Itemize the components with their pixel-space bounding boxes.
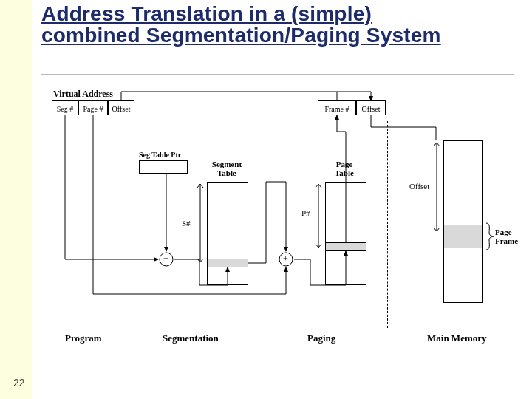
sep-2 [262, 121, 262, 328]
section-segmentation: Segmentation [163, 332, 219, 344]
sep-1 [126, 121, 126, 328]
section-program: Program [65, 332, 102, 344]
page-number: 22 [13, 377, 25, 389]
section-paging: Paging [307, 332, 335, 344]
slide: Address Translation in a (simple) combin… [0, 0, 532, 399]
title-rule [41, 74, 514, 75]
sep-3 [387, 121, 388, 328]
section-main-memory: Main Memory [427, 332, 487, 344]
slide-title: Address Translation in a (simple) combin… [41, 3, 455, 47]
address-translation-diagram: Virtual Address Seg # Page # Offset Seg … [52, 87, 502, 353]
connector-arrows [52, 87, 502, 324]
